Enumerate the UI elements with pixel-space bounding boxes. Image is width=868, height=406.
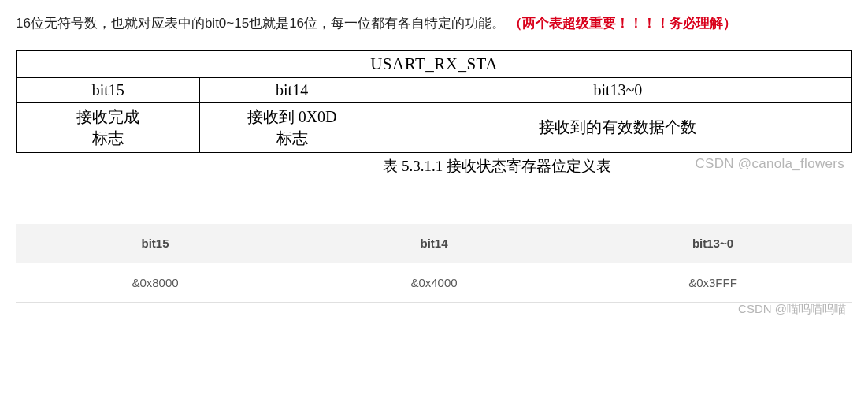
table1-desc-bit14-l2: 标志 [276,129,308,147]
table1-desc-bit14: 接收到 0X0D 标志 [200,102,384,152]
table1-desc-bit15: 接收完成 标志 [17,102,200,152]
table1-title: USART_RX_STA [17,50,852,77]
table2-header-bit13-0: bit13~0 [573,224,852,263]
bitmask-table-wrap: bit15 bit14 bit13~0 &0x8000 &0x4000 &0x3… [16,224,852,303]
table2-value-bit14: &0x4000 [295,263,573,302]
table2-value-bit13-0: &0x3FFF [573,263,852,302]
intro-emphasis: （两个表超级重要！！！！务必理解） [509,16,736,31]
watermark-csdn-1: CSDN @canola_flowers [695,156,844,172]
table1-desc-bit15-l2: 标志 [92,129,124,147]
table1-header-bit14: bit14 [200,77,384,102]
table1-desc-bit14-l1: 接收到 0X0D [247,108,337,125]
usart-register-table: USART_RX_STA bit15 bit14 bit13~0 接收完成 标志… [16,50,852,153]
table1-header-bit13-0: bit13~0 [384,77,851,102]
table1-desc-bit15-l1: 接收完成 [76,108,139,125]
bitmask-table: bit15 bit14 bit13~0 &0x8000 &0x4000 &0x3… [16,224,852,303]
table1-caption-row: 表 5.3.1.1 接收状态寄存器位定义表 CSDN @canola_flowe… [16,156,852,177]
table2-value-bit15: &0x8000 [16,263,295,302]
watermark-csdn-2: CSDN @喵呜喵呜喵 [738,302,846,315]
table1-caption: 表 5.3.1.1 接收状态寄存器位定义表 [383,158,611,174]
intro-text: 16位无符号数，也就对应表中的bit0~15也就是16位，每一位都有各自特定的功… [16,16,509,31]
table2-header-bit14: bit14 [295,224,573,263]
table1-desc-bit13-0: 接收到的有效数据个数 [384,102,851,152]
intro-paragraph: 16位无符号数，也就对应表中的bit0~15也就是16位，每一位都有各自特定的功… [16,12,852,36]
table1-header-bit15: bit15 [17,77,200,102]
table2-header-bit15: bit15 [16,224,295,263]
